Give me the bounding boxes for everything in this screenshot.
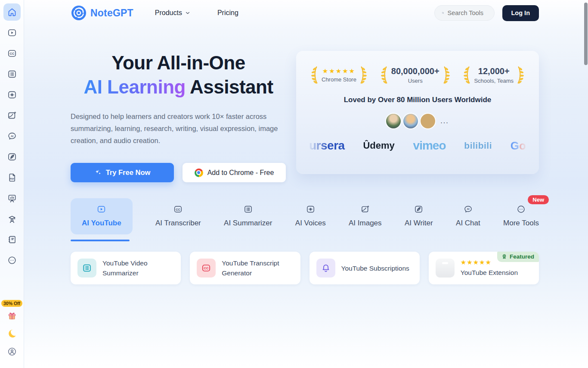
tool-title: YouTube Transcript Generator (222, 258, 294, 278)
laurel-right-icon (516, 65, 524, 84)
avatars-more: ... (440, 117, 449, 125)
card-youtube-video-summarizer[interactable]: YouTube Video Summarizer (71, 252, 181, 284)
brand-name: NoteGPT (90, 7, 133, 19)
active-tab-indicator (71, 240, 130, 241)
cc-icon (7, 48, 17, 59)
proof-headline: Loved by Over 80 Million Users Worldwide (308, 96, 527, 104)
search-input[interactable] (448, 9, 487, 16)
stat-label: Users (391, 78, 439, 84)
more-ellipsis-icon (7, 255, 17, 265)
sidebar-item-ai-transcriber[interactable] (3, 45, 21, 62)
laurel-right-icon (442, 65, 450, 84)
promo-badge: 30% Off (1, 300, 22, 307)
tab-ai-summarizer[interactable]: AI Summarizer (224, 198, 272, 234)
card-youtube-subscriptions[interactable]: YouTube Subscriptions (309, 252, 420, 284)
top-nav: NoteGPT Products Pricing Log In (24, 0, 588, 26)
laurel-left-icon (381, 65, 389, 84)
sidebar-item-home[interactable] (3, 3, 21, 21)
list-icon (243, 204, 253, 214)
chrome-icon (439, 268, 451, 278)
video-play-icon (7, 28, 17, 38)
bell-icon (321, 263, 331, 273)
ai-chat-bubble-icon (463, 204, 473, 214)
notegpt-landing-page: 30% Off NoteGPT Products Pricing Log In (0, 0, 588, 368)
sidebar-item-ai-flashcards[interactable] (3, 231, 21, 248)
sidebar-item-ai-tutor[interactable] (3, 210, 21, 228)
card-youtube-transcript-generator[interactable]: YouTube Transcript Generator (190, 252, 300, 284)
partner-logos: ursera Ûdemy vimeo bilibili Go (308, 139, 527, 153)
waveform-icon (306, 204, 316, 214)
tab-ai-voices[interactable]: AI Voices (295, 198, 326, 234)
avatar (421, 114, 435, 128)
sidebar-item-ai-voices[interactable] (3, 86, 21, 103)
account-button[interactable] (5, 345, 19, 359)
video-play-icon (96, 204, 106, 214)
nav-links: Products Pricing (155, 9, 238, 17)
avatar (386, 114, 401, 128)
tab-ai-images[interactable]: AI Images (349, 198, 382, 234)
login-button[interactable]: Log In (502, 5, 539, 21)
add-to-chrome-label: Add to Chrome - Free (207, 169, 274, 177)
hero-section: Your All-in-One AI Learning Assistant De… (71, 51, 539, 182)
try-free-button[interactable]: Try Free Now (71, 163, 174, 182)
stat-users: 80,000,000+ Users (381, 65, 450, 84)
tab-ai-writer[interactable]: AI Writer (405, 198, 433, 234)
user-avatars: ... (308, 114, 527, 128)
add-to-chrome-button[interactable]: Add to Chrome - Free (183, 163, 286, 182)
tool-cards: YouTube Video Summarizer YouTube Transcr… (71, 252, 539, 284)
dark-mode-toggle[interactable] (5, 327, 19, 340)
sidebar-item-ai-summarizer[interactable] (3, 65, 21, 83)
stat-value: 80,000,000+ (391, 66, 439, 76)
summarizer-tile (77, 259, 96, 278)
gift-promo-button[interactable] (5, 309, 19, 322)
waveform-icon (7, 90, 17, 100)
nav-right: Log In (434, 5, 539, 21)
sidebar-item-ai-writer[interactable] (3, 148, 21, 165)
sidebar-item-ai-youtube[interactable] (3, 24, 21, 41)
stat-stars: ★★★★★ (322, 67, 356, 75)
nav-pricing[interactable]: Pricing (217, 9, 238, 17)
sparkles-icon (94, 169, 102, 177)
sidebar-item-ai-chat[interactable] (3, 128, 21, 145)
stat-chrome-store: ★★★★★ Chrome Store (311, 65, 367, 84)
sidebar-item-more-tools[interactable] (3, 252, 21, 269)
featured-label: Featured (510, 253, 534, 260)
moon-icon (7, 328, 17, 339)
hero-ctas: Try Free Now Add to Chrome - Free (71, 163, 286, 182)
tool-tabs: AI YouTube AI Transcriber AI Summarizer … (71, 198, 539, 234)
image-sparkle-icon (360, 204, 370, 214)
nav-pricing-label: Pricing (217, 9, 238, 17)
title-highlight: AI Learning (84, 76, 186, 97)
pdf-document-icon (7, 172, 17, 183)
vimeo-logo: vimeo (413, 139, 446, 153)
title-suffix: Assistant (190, 76, 273, 97)
store-bag-handle (442, 262, 448, 264)
tab-ai-transcriber[interactable]: AI Transcriber (155, 198, 201, 234)
brand[interactable]: NoteGPT (71, 5, 133, 21)
bilibili-logo: bilibili (464, 140, 492, 151)
nav-products[interactable]: Products (155, 9, 191, 17)
laurel-right-icon (359, 65, 367, 84)
stats-row: ★★★★★ Chrome Store 80,000,000+ Users (308, 65, 527, 84)
chrome-icon (195, 168, 203, 177)
sidebar-item-ai-pdf[interactable] (3, 169, 21, 186)
search-tools[interactable] (434, 5, 495, 21)
sidebar-item-ai-presentation[interactable] (3, 190, 21, 207)
quill-pen-icon (414, 204, 424, 214)
more-ellipsis-icon (516, 204, 526, 214)
sidebar-item-ai-images[interactable] (3, 107, 21, 124)
tool-title: YouTube Subscriptions (341, 263, 409, 273)
stat-value: 12,000+ (474, 66, 514, 76)
social-proof-card: ★★★★★ Chrome Store 80,000,000+ Users (296, 51, 539, 174)
list-icon (82, 263, 92, 273)
card-youtube-extension[interactable]: ★★★★★ YouTube Extension Featured (429, 252, 539, 284)
gift-icon (7, 310, 17, 321)
tab-ai-youtube[interactable]: AI YouTube (71, 198, 133, 234)
tab-ai-chat[interactable]: AI Chat (456, 198, 480, 234)
ai-chat-bubble-icon (7, 131, 17, 141)
sidebar: 30% Off (0, 0, 24, 368)
laurel-left-icon (463, 65, 471, 84)
new-badge: New (528, 195, 549, 204)
title-line1: Your All-in-One (111, 52, 245, 73)
featured-badge: Featured (497, 252, 539, 262)
